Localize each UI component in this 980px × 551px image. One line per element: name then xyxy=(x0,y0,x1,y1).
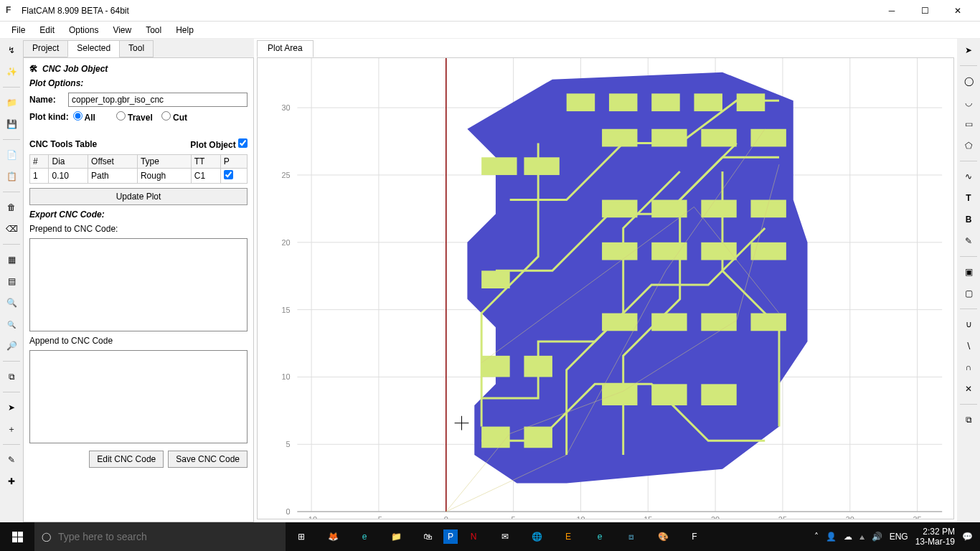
vscode-icon[interactable]: ⧈ xyxy=(616,522,647,551)
select-region-icon[interactable]: ▦ xyxy=(3,251,20,268)
col-type[interactable]: Type xyxy=(137,155,191,169)
cell-p[interactable] xyxy=(220,169,247,184)
firefox-icon[interactable]: 🦊 xyxy=(317,522,349,551)
store-icon[interactable]: 🛍 xyxy=(412,522,443,551)
radio-travel[interactable]: Travel xyxy=(116,111,153,123)
bold-tool-icon[interactable]: B xyxy=(960,211,977,228)
group-tool-icon[interactable]: ▣ xyxy=(960,263,977,281)
chrome-icon[interactable]: 🌐 xyxy=(521,522,552,551)
flatcam-icon[interactable]: F xyxy=(679,522,710,551)
maximize-button[interactable]: ☐ xyxy=(908,0,941,22)
start-button[interactable] xyxy=(0,522,34,551)
new-gerber-icon[interactable]: ↯ xyxy=(3,42,20,59)
svg-rect-57 xyxy=(524,157,559,175)
ie-icon[interactable]: e xyxy=(584,522,616,551)
arc-tool-icon[interactable]: ◡ xyxy=(960,94,977,111)
ungroup-tool-icon[interactable]: ▢ xyxy=(960,285,977,302)
zoom-fit-icon[interactable]: 🔎 xyxy=(3,337,20,354)
plot-area[interactable]: 0 5 10 15 20 25 30 -10 -5 0 5 10 15 20 2… xyxy=(257,57,954,519)
tab-plot-area[interactable]: Plot Area xyxy=(257,40,314,57)
cut-tool-icon[interactable]: ✕ xyxy=(960,380,977,397)
search-input[interactable] xyxy=(58,531,278,542)
window-title: FlatCAM 8.909 BETA - 64bit xyxy=(22,6,875,16)
menu-help[interactable]: Help xyxy=(169,24,201,37)
network-icon[interactable]: ⟁ xyxy=(859,532,864,542)
tray-up-icon[interactable]: ˄ xyxy=(814,532,819,542)
select-all-icon[interactable]: ▤ xyxy=(3,273,20,290)
eraser-tool-icon[interactable]: ✎ xyxy=(960,232,977,250)
save-cnc-button[interactable]: Save CNC Code xyxy=(168,451,248,468)
tab-project[interactable]: Project xyxy=(23,40,68,57)
menu-file[interactable]: File xyxy=(4,24,32,37)
delete-icon[interactable]: 🗑 xyxy=(3,199,20,216)
eagle-icon[interactable]: E xyxy=(552,522,584,551)
col-offset[interactable]: Offset xyxy=(88,155,138,169)
people-icon[interactable]: 👤 xyxy=(826,532,837,542)
zoom-in-icon[interactable]: 🔍 xyxy=(3,294,20,311)
new-excellon-icon[interactable]: ✨ xyxy=(3,63,20,80)
intersect-tool-icon[interactable]: ∩ xyxy=(960,359,977,376)
clock[interactable]: 2:32 PM 13-Mar-19 xyxy=(915,527,955,547)
menu-options[interactable]: Options xyxy=(62,24,105,37)
language-indicator[interactable]: ENG xyxy=(890,532,908,542)
col-p[interactable]: P xyxy=(220,155,247,169)
taskbar-search[interactable]: ◯ xyxy=(34,522,286,551)
svg-rect-50 xyxy=(701,242,736,260)
shell-icon[interactable]: ⧉ xyxy=(3,368,20,385)
select-tool-icon[interactable]: ➤ xyxy=(960,42,977,59)
path-tool-icon[interactable]: ∿ xyxy=(960,168,977,185)
clear-icon[interactable]: ⌫ xyxy=(3,220,20,237)
name-field[interactable] xyxy=(68,93,248,107)
menu-tool[interactable]: Tool xyxy=(138,24,169,37)
edit-cnc-button[interactable]: Edit CNC Code xyxy=(89,451,164,468)
circle-tool-icon[interactable]: ◯ xyxy=(960,72,977,90)
col-dia[interactable]: Dia xyxy=(49,155,88,169)
open-folder-icon[interactable]: 📁 xyxy=(3,94,20,111)
radio-all[interactable]: All xyxy=(73,111,108,123)
close-button[interactable]: ✕ xyxy=(941,0,974,22)
table-row[interactable]: 1 0.10 Path Rough C1 xyxy=(30,169,248,184)
svg-text:5: 5 xyxy=(512,515,516,519)
explorer-icon[interactable]: 📁 xyxy=(380,522,412,551)
append-code-box[interactable] xyxy=(29,350,248,443)
menu-edit[interactable]: Edit xyxy=(32,24,62,37)
zoom-out-icon[interactable]: 🔍 xyxy=(3,316,20,333)
plot-canvas[interactable]: 0 5 10 15 20 25 30 -10 -5 0 5 10 15 20 2… xyxy=(258,58,953,519)
mail-icon[interactable]: ✉ xyxy=(489,522,521,551)
notifications-icon[interactable]: 💬 xyxy=(962,532,973,542)
prepend-code-box[interactable] xyxy=(29,238,248,331)
pandora-icon[interactable]: P xyxy=(443,529,458,544)
plot-kind-row: Plot kind: All Travel Cut xyxy=(29,111,248,123)
radio-cut[interactable]: Cut xyxy=(161,111,196,123)
pointer-icon[interactable]: ➤ xyxy=(3,399,20,416)
col-tt[interactable]: TT xyxy=(191,155,220,169)
taskview-icon[interactable]: ⊞ xyxy=(286,522,317,551)
paste-icon[interactable]: 📋 xyxy=(3,168,20,185)
cell-tt: C1 xyxy=(191,169,220,184)
text-tool-icon[interactable]: T xyxy=(960,189,977,207)
subtract-tool-icon[interactable]: ∖ xyxy=(960,337,977,354)
snap-icon[interactable]: ✚ xyxy=(3,473,20,490)
origin-icon[interactable]: ＋ xyxy=(3,420,20,438)
rect-tool-icon[interactable]: ▭ xyxy=(960,116,977,133)
onedrive-icon[interactable]: ☁ xyxy=(844,532,852,542)
volume-icon[interactable]: 🔊 xyxy=(872,532,882,542)
save-icon[interactable]: 💾 xyxy=(3,116,20,133)
update-plot-button[interactable]: Update Plot xyxy=(29,188,248,205)
minimize-button[interactable]: ─ xyxy=(875,0,908,22)
paint-icon[interactable]: 🎨 xyxy=(647,522,679,551)
measure-icon[interactable]: ✎ xyxy=(3,451,20,468)
edge-icon[interactable]: e xyxy=(349,522,380,551)
prepend-label: Prepend to CNC Code: xyxy=(29,224,248,234)
menu-view[interactable]: View xyxy=(105,24,138,37)
svg-text:15: 15 xyxy=(644,515,652,519)
tab-tool[interactable]: Tool xyxy=(119,40,154,57)
union-tool-icon[interactable]: ∪ xyxy=(960,316,977,333)
netflix-icon[interactable]: N xyxy=(458,522,489,551)
tab-selected[interactable]: Selected xyxy=(67,40,120,57)
copy-icon[interactable]: 📄 xyxy=(3,146,20,164)
poly-tool-icon[interactable]: ⬠ xyxy=(960,137,977,154)
plot-object-toggle[interactable]: Plot Object xyxy=(190,138,248,150)
duplicate-tool-icon[interactable]: ⧉ xyxy=(960,411,977,428)
col-idx[interactable]: # xyxy=(30,155,49,169)
